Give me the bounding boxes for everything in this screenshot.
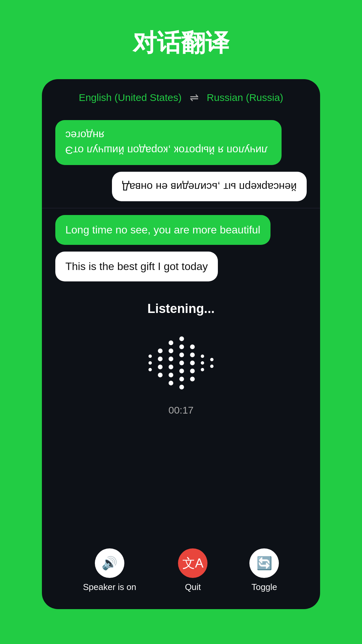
quit-icon-circle[interactable]: 文A xyxy=(178,548,207,578)
wave-col-5 xyxy=(190,344,195,381)
chat-lower: Long time no see, you are more beautiful… xyxy=(42,208,320,288)
upper-bubble-1: Это лучший подарок, который я получил се… xyxy=(55,120,282,165)
lower-bubble-2-wrapper: This is the best gift I got today xyxy=(55,252,307,281)
timer: 00:17 xyxy=(168,405,193,416)
app-title: 对话翻译 xyxy=(133,27,229,59)
quit-label: Quit xyxy=(185,582,201,592)
wave-col-2 xyxy=(158,348,163,377)
upper-bubble-2: Давно не виделись, ты прекрасней xyxy=(112,172,307,202)
upper-bubble-2-text: Давно не виделись, ты прекрасней xyxy=(122,179,297,194)
lang-left[interactable]: English (United States) xyxy=(79,92,182,103)
lower-bubble-2-text: This is the best gift I got today xyxy=(65,260,208,272)
lang-header: English (United States) ⇌ Russian (Russi… xyxy=(42,79,320,113)
lower-bubble-1-text: Long time no see, you are more beautiful xyxy=(65,224,260,236)
waveform xyxy=(148,329,214,396)
translate-icon: 文A xyxy=(182,555,203,572)
quit-button[interactable]: 文A Quit xyxy=(178,548,207,592)
listening-area: Listening... xyxy=(42,288,320,542)
phone-card: English (United States) ⇌ Russian (Russi… xyxy=(42,79,320,609)
lang-right[interactable]: Russian (Russia) xyxy=(207,92,283,103)
wave-col-4 xyxy=(179,336,184,389)
toggle-icon-circle[interactable]: 🔄 xyxy=(249,548,279,578)
lower-bubble-2: This is the best gift I got today xyxy=(55,252,218,281)
lower-bubble-1-wrapper: Long time no see, you are more beautiful xyxy=(55,215,307,245)
toggle-icon: 🔄 xyxy=(256,556,272,571)
speaker-icon: 🔊 xyxy=(102,556,117,571)
speaker-icon-circle[interactable]: 🔊 xyxy=(95,548,124,578)
speaker-button[interactable]: 🔊 Speaker is on xyxy=(83,548,136,592)
wave-col-6 xyxy=(201,355,204,371)
chat-upper: Это лучший подарок, который я получил се… xyxy=(42,113,320,208)
toggle-label: Toggle xyxy=(251,582,277,592)
upper-bubble-2-wrapper: Давно не виделись, ты прекрасней xyxy=(55,172,307,202)
lower-bubble-1: Long time no see, you are more beautiful xyxy=(55,215,270,245)
wave-col-1 xyxy=(148,355,152,371)
swap-icon[interactable]: ⇌ xyxy=(190,91,199,104)
toggle-button[interactable]: 🔄 Toggle xyxy=(249,548,279,592)
bottom-bar: 🔊 Speaker is on 文A Quit 🔄 Toggle xyxy=(42,542,320,609)
upper-bubble-1-text: Это лучший подарок, который я получил се… xyxy=(65,127,272,158)
speaker-label: Speaker is on xyxy=(83,582,136,592)
wave-col-3 xyxy=(169,340,173,385)
upper-bubble-1-wrapper: Это лучший подарок, который я получил се… xyxy=(55,120,307,165)
listening-label: Listening... xyxy=(147,302,215,316)
wave-col-7 xyxy=(210,358,214,368)
